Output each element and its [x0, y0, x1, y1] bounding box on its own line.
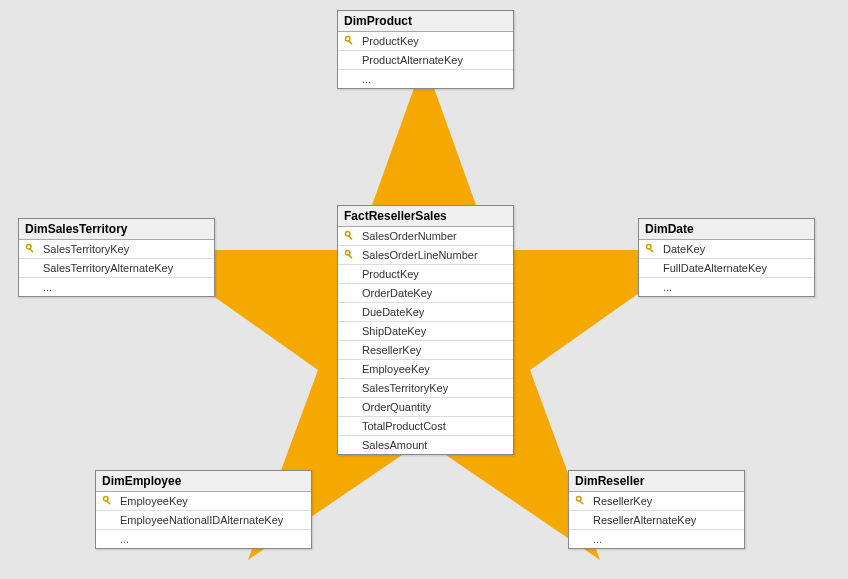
table-row[interactable]: DateKey	[639, 240, 814, 259]
table-title: FactResellerSales	[338, 206, 513, 227]
table-row[interactable]: ResellerKey	[569, 492, 744, 511]
key-icon	[342, 249, 358, 261]
column-name: EmployeeKey	[358, 363, 430, 375]
svg-rect-4	[29, 248, 34, 253]
table-factresellersales[interactable]: FactResellerSales SalesOrderNumber Sales…	[337, 205, 514, 455]
column-name: FullDateAlternateKey	[659, 262, 767, 274]
table-row-more[interactable]: ...	[639, 278, 814, 296]
key-icon	[573, 495, 589, 507]
diagram-canvas: DimProduct ProductKey ProductAlternateKe…	[0, 0, 848, 579]
key-icon	[100, 495, 116, 507]
table-dimproduct[interactable]: DimProduct ProductKey ProductAlternateKe…	[337, 10, 514, 89]
table-row[interactable]: EmployeeKey	[338, 360, 513, 379]
table-row[interactable]: ProductKey	[338, 32, 513, 51]
table-dimreseller[interactable]: DimReseller ResellerKey ResellerAlternat…	[568, 470, 745, 549]
more-indicator: ...	[589, 533, 602, 545]
column-name: ShipDateKey	[358, 325, 426, 337]
key-icon	[342, 35, 358, 47]
svg-rect-8	[106, 500, 111, 505]
more-indicator: ...	[116, 533, 129, 545]
table-title: DimDate	[639, 219, 814, 240]
table-row[interactable]: SalesTerritoryKey	[19, 240, 214, 259]
column-name: EmployeeKey	[116, 495, 188, 507]
table-row[interactable]: FullDateAlternateKey	[639, 259, 814, 278]
table-title: DimProduct	[338, 11, 513, 32]
table-title: DimEmployee	[96, 471, 311, 492]
table-row[interactable]: SalesAmount	[338, 436, 513, 454]
column-name: EmployeeNationalIDAlternateKey	[116, 514, 283, 526]
column-name: SalesOrderLineNumber	[358, 249, 478, 261]
column-name: SalesTerritoryAlternateKey	[39, 262, 173, 274]
svg-rect-6	[649, 248, 654, 253]
more-indicator: ...	[39, 281, 52, 293]
table-dimemployee[interactable]: DimEmployee EmployeeKey EmployeeNational…	[95, 470, 312, 549]
svg-rect-12	[348, 235, 353, 240]
more-indicator: ...	[358, 73, 371, 85]
table-row-more[interactable]: ...	[338, 70, 513, 88]
table-row-more[interactable]: ...	[569, 530, 744, 548]
table-row[interactable]: SalesTerritoryKey	[338, 379, 513, 398]
table-dimsalesterritory[interactable]: DimSalesTerritory SalesTerritoryKey Sale…	[18, 218, 215, 297]
table-row[interactable]: DueDateKey	[338, 303, 513, 322]
table-row-more[interactable]: ...	[19, 278, 214, 296]
svg-rect-10	[579, 500, 584, 505]
key-icon	[342, 230, 358, 242]
column-name: ResellerKey	[589, 495, 652, 507]
column-name: DateKey	[659, 243, 705, 255]
table-row[interactable]: ShipDateKey	[338, 322, 513, 341]
more-indicator: ...	[659, 281, 672, 293]
svg-point-3	[27, 245, 32, 250]
table-title: DimSalesTerritory	[19, 219, 214, 240]
table-row[interactable]: TotalProductCost	[338, 417, 513, 436]
column-name: ResellerAlternateKey	[589, 514, 696, 526]
table-row[interactable]: SalesTerritoryAlternateKey	[19, 259, 214, 278]
key-icon	[643, 243, 659, 255]
column-name: ProductKey	[358, 268, 419, 280]
column-name: ProductKey	[358, 35, 419, 47]
table-row[interactable]: EmployeeKey	[96, 492, 311, 511]
table-row[interactable]: OrderQuantity	[338, 398, 513, 417]
column-name: ResellerKey	[358, 344, 421, 356]
table-row[interactable]: ProductAlternateKey	[338, 51, 513, 70]
table-dimdate[interactable]: DimDate DateKey FullDateAlternateKey ...	[638, 218, 815, 297]
column-name: ProductAlternateKey	[358, 54, 463, 66]
key-icon	[23, 243, 39, 255]
column-name: DueDateKey	[358, 306, 424, 318]
table-row-more[interactable]: ...	[96, 530, 311, 548]
svg-point-1	[346, 37, 351, 42]
table-row[interactable]: OrderDateKey	[338, 284, 513, 303]
table-row[interactable]: SalesOrderNumber	[338, 227, 513, 246]
svg-point-13	[346, 251, 351, 256]
column-name: SalesAmount	[358, 439, 427, 451]
column-name: OrderDateKey	[358, 287, 432, 299]
column-name: SalesTerritoryKey	[39, 243, 129, 255]
table-row[interactable]: ResellerKey	[338, 341, 513, 360]
svg-rect-14	[348, 254, 353, 259]
column-name: OrderQuantity	[358, 401, 431, 413]
column-name: SalesTerritoryKey	[358, 382, 448, 394]
table-row[interactable]: SalesOrderLineNumber	[338, 246, 513, 265]
column-name: SalesOrderNumber	[358, 230, 457, 242]
svg-point-11	[346, 232, 351, 237]
column-name: TotalProductCost	[358, 420, 446, 432]
table-title: DimReseller	[569, 471, 744, 492]
svg-point-5	[647, 245, 652, 250]
table-row[interactable]: EmployeeNationalIDAlternateKey	[96, 511, 311, 530]
table-row[interactable]: ProductKey	[338, 265, 513, 284]
table-row[interactable]: ResellerAlternateKey	[569, 511, 744, 530]
svg-rect-2	[348, 40, 353, 45]
